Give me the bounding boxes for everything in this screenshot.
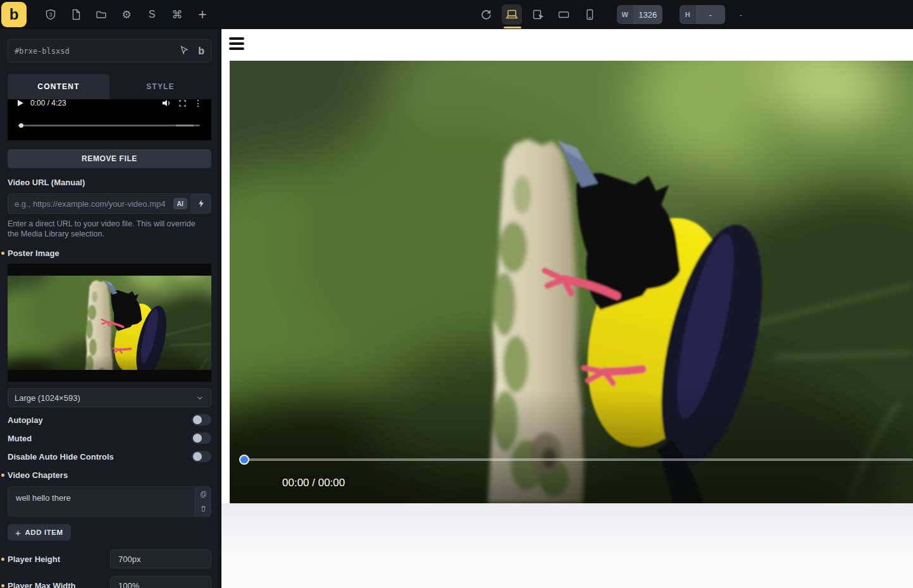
- bricks-logo[interactable]: b: [1, 2, 27, 27]
- player-height-label: Player Height: [8, 554, 110, 564]
- add-item-label: ADD ITEM: [25, 529, 63, 536]
- page-icon[interactable]: [66, 4, 86, 25]
- disable-auto-hide-toggle[interactable]: [192, 451, 211, 462]
- shield-badge-icon[interactable]: 3: [40, 4, 61, 25]
- settings-gear-icon[interactable]: ⚙: [116, 4, 137, 25]
- element-id-input[interactable]: #brxe-blsxsd b: [8, 39, 211, 63]
- toggle-knob: [193, 452, 202, 461]
- video-url-helper-text: Enter a direct URL to your video file. T…: [8, 219, 205, 239]
- top-toolbar: b 3 ⚙ S ⌘ + W 13: [0, 0, 913, 29]
- player-max-width-label: Player Max Width: [8, 581, 110, 588]
- video-progress-thumb[interactable]: [239, 455, 249, 465]
- disable-auto-hide-label: Disable Auto Hide Controls: [8, 452, 192, 462]
- canvas-width-field: W 1326: [617, 5, 662, 24]
- preview-progress-bar[interactable]: [18, 125, 200, 126]
- breakpoint-tablet-icon[interactable]: [528, 4, 548, 25]
- tab-style[interactable]: STYLE: [109, 74, 211, 99]
- autoplay-label: Autoplay: [8, 415, 192, 425]
- poster-bird-image: [8, 276, 211, 370]
- autoplay-row: Autoplay: [8, 414, 211, 426]
- breakpoint-desktop-icon[interactable]: [502, 4, 522, 25]
- svg-text:3: 3: [49, 11, 52, 18]
- sidebar-scroll-track[interactable]: [218, 29, 221, 588]
- width-value[interactable]: 1326: [633, 5, 662, 24]
- breakpoint-portrait-icon[interactable]: [580, 4, 600, 25]
- video-chapters-label: Video Chapters: [8, 470, 211, 480]
- remove-file-button[interactable]: REMOVE FILE: [8, 149, 211, 168]
- height-label: H: [680, 5, 696, 24]
- tab-content[interactable]: CONTENT: [8, 74, 109, 99]
- muted-row: Muted: [8, 432, 211, 444]
- cursor-pointer-icon[interactable]: [179, 45, 189, 58]
- breakpoint-landscape-icon[interactable]: [554, 4, 574, 25]
- chapter-title-input[interactable]: well hello there: [8, 487, 195, 516]
- active-breakpoint-underline: [504, 27, 521, 28]
- settings-sidebar: #brxe-blsxsd b CONTENT STYLE 0:00 / 4:23…: [0, 29, 221, 588]
- folder-icon[interactable]: [91, 4, 111, 25]
- volume-icon[interactable]: [161, 99, 171, 108]
- sidebar-video-preview[interactable]: 0:00 / 4:23 ⋮: [8, 99, 211, 140]
- poster-image-label: Poster Image: [8, 248, 211, 258]
- preview-buffer: [176, 125, 194, 126]
- player-max-width-input[interactable]: [110, 576, 211, 588]
- style-s-icon[interactable]: S: [142, 4, 162, 25]
- muted-toggle[interactable]: [192, 432, 211, 444]
- copy-icon: [199, 490, 208, 498]
- video-player-element[interactable]: 00:00 / 00:00: [230, 61, 913, 503]
- ai-badge[interactable]: AI: [173, 198, 188, 209]
- preview-time: 0:00 / 4:23: [30, 99, 66, 107]
- keyboard-shortcuts-icon[interactable]: ⌘: [167, 4, 187, 25]
- poster-image-thumbnail[interactable]: [8, 264, 211, 382]
- dynamic-data-button[interactable]: [190, 194, 211, 213]
- element-id-text: #brxe-blsxsd: [15, 47, 179, 56]
- preview-progress-thumb[interactable]: [19, 123, 23, 128]
- plus-icon: +: [15, 527, 21, 538]
- autoplay-toggle[interactable]: [192, 414, 211, 426]
- video-time-display: 00:00 / 00:00: [282, 477, 345, 489]
- editor-canvas: 00:00 / 00:00: [221, 29, 913, 588]
- canvas-below-video: [221, 503, 913, 588]
- hamburger-menu-icon[interactable]: [229, 37, 244, 52]
- bricks-b-icon[interactable]: b: [198, 46, 204, 57]
- panel-tabs: CONTENT STYLE: [8, 74, 211, 99]
- delete-chapter-button[interactable]: [196, 501, 211, 517]
- player-height-input[interactable]: [110, 549, 211, 568]
- player-max-width-row: Player Max Width: [8, 576, 211, 588]
- height-value[interactable]: -: [696, 5, 725, 24]
- canvas-height-field: H -: [680, 5, 725, 24]
- duplicate-chapter-button[interactable]: [196, 487, 211, 501]
- fullscreen-icon[interactable]: [178, 99, 187, 108]
- poster-size-select[interactable]: Large (1024×593): [8, 388, 211, 407]
- add-item-button[interactable]: + ADD ITEM: [8, 524, 71, 541]
- trash-icon: [199, 505, 208, 513]
- poster-size-value: Large (1024×593): [15, 393, 196, 403]
- player-height-row: Player Height: [8, 549, 211, 568]
- video-url-input[interactable]: [8, 194, 173, 213]
- scale-indicator: -: [740, 10, 742, 20]
- toggle-knob: [193, 434, 202, 443]
- play-icon[interactable]: [16, 99, 24, 107]
- video-progress-track[interactable]: [239, 458, 913, 461]
- bird-video-frame: [230, 61, 913, 503]
- chevron-down-icon: [196, 393, 204, 402]
- lightning-icon: [197, 199, 206, 209]
- width-label: W: [617, 5, 633, 24]
- add-element-icon[interactable]: +: [192, 4, 213, 25]
- video-url-label: Video URL (Manual): [8, 178, 211, 187]
- muted-label: Muted: [8, 434, 192, 443]
- toggle-knob: [193, 415, 202, 424]
- kebab-menu-icon[interactable]: ⋮: [194, 99, 202, 108]
- disable-auto-hide-row: Disable Auto Hide Controls: [8, 451, 211, 462]
- chapter-item: well hello there: [8, 486, 211, 517]
- refresh-icon[interactable]: [476, 4, 496, 25]
- video-url-row: AI: [8, 193, 211, 214]
